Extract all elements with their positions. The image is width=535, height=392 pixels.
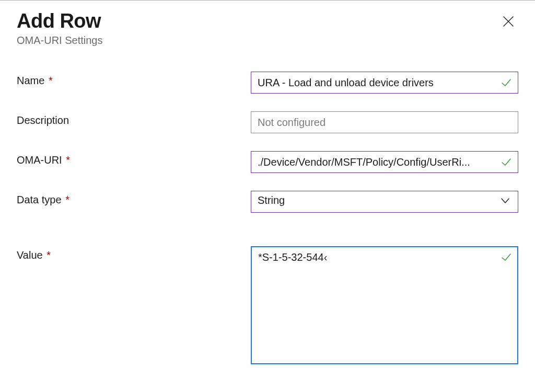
label-oma-uri-text: OMA-URI xyxy=(17,154,62,166)
close-button[interactable] xyxy=(498,13,518,32)
label-name: Name * xyxy=(17,72,251,87)
label-value-text: Value xyxy=(17,249,43,261)
name-input-wrap xyxy=(251,72,518,94)
title-block: Add Row OMA-URI Settings xyxy=(17,10,102,47)
add-row-dialog: Add Row OMA-URI Settings Name * Descript… xyxy=(0,0,535,392)
description-input[interactable] xyxy=(251,111,518,133)
name-input[interactable] xyxy=(251,72,518,94)
dialog-title: Add Row xyxy=(17,10,102,32)
label-description-text: Description xyxy=(17,114,69,126)
row-description: Description xyxy=(17,111,518,133)
required-marker: * xyxy=(66,154,70,166)
label-oma-uri: OMA-URI * xyxy=(17,151,251,166)
label-name-text: Name xyxy=(17,75,44,86)
dialog-header: Add Row OMA-URI Settings xyxy=(17,10,518,47)
label-description: Description xyxy=(17,111,251,126)
label-value: Value * xyxy=(17,246,251,261)
label-data-type: Data type * xyxy=(17,191,251,206)
oma-uri-input-wrap xyxy=(251,151,518,173)
row-oma-uri: OMA-URI * xyxy=(17,151,518,173)
required-marker: * xyxy=(49,75,53,86)
dialog-subtitle: OMA-URI Settings xyxy=(17,34,102,47)
description-input-wrap xyxy=(251,111,518,133)
label-data-type-text: Data type xyxy=(17,194,62,205)
oma-uri-input[interactable] xyxy=(251,151,518,173)
value-input-wrap xyxy=(251,246,518,366)
close-icon xyxy=(503,16,514,27)
data-type-select-wrap: String xyxy=(251,191,518,213)
row-value: Value * xyxy=(17,246,518,366)
required-marker: * xyxy=(46,249,51,261)
row-name: Name * xyxy=(17,72,518,94)
row-data-type: Data type * String xyxy=(17,191,518,213)
value-textarea[interactable] xyxy=(251,246,518,364)
data-type-select[interactable]: String xyxy=(251,191,518,213)
required-marker: * xyxy=(65,194,69,205)
form: Name * Description OMA-URI * xyxy=(17,72,518,366)
